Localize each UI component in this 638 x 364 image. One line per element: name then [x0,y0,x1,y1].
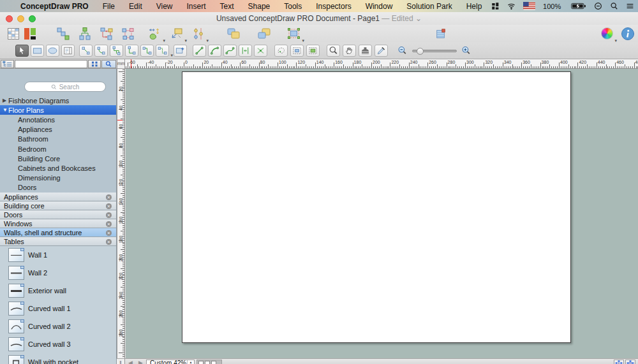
menu-item-tools[interactable]: Tools [284,2,302,11]
wifi-icon[interactable] [507,0,516,12]
insert-shape-tool[interactable] [174,45,187,57]
shape-item-wall-2[interactable]: Wall 2 [0,264,116,282]
menu-item-help[interactable]: Help [466,2,482,11]
page-tab[interactable] [211,361,216,364]
close-library-icon[interactable]: ✕ [106,203,112,209]
close-library-icon[interactable]: ✕ [106,212,112,218]
drawing-canvas[interactable] [126,69,638,358]
reroute-flow-button[interactable] [98,25,115,41]
menu-item-view[interactable]: View [156,2,173,11]
distribute-objects-button[interactable]: ▾ [190,25,207,41]
shape-data-table-button[interactable] [5,25,22,41]
menu-item-shape[interactable]: Shape [248,2,271,11]
wall-thin-thumbnail[interactable] [8,248,24,262]
bring-forward-button[interactable] [226,25,242,41]
page-tabs-strip[interactable] [197,360,222,364]
library-row-appliances[interactable]: Appliances✕ [0,193,116,201]
branch-flow-button[interactable] [120,25,137,41]
library-search-button[interactable] [101,60,116,68]
close-library-icon[interactable]: ✕ [106,239,112,245]
arc-tool[interactable] [208,45,221,57]
org-chart-diagram-button[interactable] [77,25,93,41]
text-block-tool[interactable] [61,45,75,57]
group-selection-button[interactable]: ▾ [286,25,302,41]
pointer-tool[interactable] [15,45,29,57]
line-tool[interactable] [193,45,206,57]
do-not-disturb-icon[interactable] [594,0,602,12]
overview-window-button[interactable] [625,360,635,364]
select-group-tool[interactable] [306,45,320,57]
wall-medium-thumbnail[interactable] [8,266,24,280]
sidebar-search-field[interactable]: Search [24,82,106,92]
eyedropper-tool[interactable] [375,45,388,57]
title-bar[interactable]: Unsaved ConceptDraw PRO Document - Page1… [0,12,638,25]
library-row-walls-shell-and-structure[interactable]: Walls, shell and structure✕ [0,228,116,237]
menu-item-edit[interactable]: Edit [129,2,142,11]
menu-item-file[interactable]: File [103,2,115,11]
menu-item-window[interactable]: Window [366,2,393,11]
library-row-windows[interactable]: Windows✕ [0,219,116,228]
shape-item-curved-wall-3[interactable]: Curved wall 3 [0,335,116,353]
library-row-doors[interactable]: Doors✕ [0,210,116,219]
zoom-level-stepper[interactable]: ▲▼ [187,360,194,364]
menu-item-solution-park[interactable]: Solution Park [406,2,452,11]
zoom-in-button[interactable] [459,45,473,57]
smart-connector-tool[interactable]: ▾ [156,45,169,57]
inspector-toggle-button[interactable] [433,25,449,41]
spotlight-search-icon[interactable] [610,0,618,12]
tree-item-doors[interactable]: Doors [0,183,116,193]
wall-thick-thumbnail[interactable] [8,284,24,298]
shape-item-exterior-wall[interactable]: Exterior wall [0,282,116,300]
shape-item-curved-wall-2[interactable]: Curved wall 2 [0,317,116,335]
insert-object-button[interactable]: ▾ [168,25,185,41]
ruler-splitter-handle[interactable]: ‖ [117,359,125,364]
slide-layout-button[interactable] [22,25,38,41]
menu-item-inspectors[interactable]: Inspectors [316,2,351,11]
close-library-icon[interactable]: ✕ [106,230,112,236]
zoom-tool[interactable] [327,45,340,57]
document-page[interactable] [182,71,571,343]
pocket-thumbnail[interactable] [8,355,24,364]
library-grid-view-button[interactable] [88,60,101,68]
zoom-level-select[interactable]: Custom 42% ▲▼ [146,360,195,364]
tree-item-bathroom[interactable]: Bathroom [0,135,116,144]
zoom-slider-knob[interactable] [417,48,424,55]
menu-item-text[interactable]: Text [220,2,234,11]
tree-item-fishbone-diagrams[interactable]: ▶Fishbone Diagrams [0,96,116,105]
connector-arc-tool[interactable] [94,45,108,57]
curve-low-thumbnail[interactable] [8,302,24,316]
zoom-out-button[interactable] [396,45,409,57]
distribute-points-tool[interactable] [239,45,252,57]
connector-elbow-tool[interactable] [125,45,138,57]
tree-item-dimensioning[interactable]: Dimensioning [0,173,116,183]
page-tab[interactable] [198,361,204,364]
curve-wide-thumbnail[interactable] [8,337,24,351]
edited-caret-icon[interactable]: ⌄ [415,14,422,23]
input-source-flag-icon[interactable] [523,0,536,12]
previous-page-button[interactable]: ◀ [126,359,135,364]
lasso-select-tool[interactable] [274,45,288,57]
split-tool[interactable] [254,45,267,57]
tree-item-appliances[interactable]: Appliances [0,125,116,135]
spline-tool[interactable] [223,45,237,57]
tree-item-building-core[interactable]: Building Core [0,154,116,163]
menu-app-name[interactable]: ConceptDraw PRO [20,2,89,11]
resize-mode-button[interactable]: ▾ [147,25,163,41]
library-row-building-core[interactable]: Building core✕ [0,201,116,210]
connector-direct-tool[interactable] [79,45,93,57]
rectangle-tool[interactable] [31,45,44,57]
page-tab[interactable] [205,361,210,364]
send-backward-button[interactable] [256,25,273,41]
info-button[interactable] [619,25,636,41]
colors-button[interactable]: ▾ [598,25,615,41]
next-page-button[interactable]: ▶ [136,359,145,364]
tree-item-bedroom[interactable]: Bedroom [0,144,116,154]
close-library-icon[interactable]: ✕ [106,221,112,227]
battery-charging-icon[interactable] [571,0,586,12]
disclosure-expanded-icon[interactable]: ▼ [3,107,8,113]
library-filter-input[interactable] [15,60,87,68]
shape-item-curved-wall-1[interactable]: Curved wall 1 [0,300,116,317]
notification-center-icon[interactable] [626,0,634,12]
connector-rounded-tool[interactable] [140,45,154,57]
pan-tool[interactable] [343,45,356,57]
